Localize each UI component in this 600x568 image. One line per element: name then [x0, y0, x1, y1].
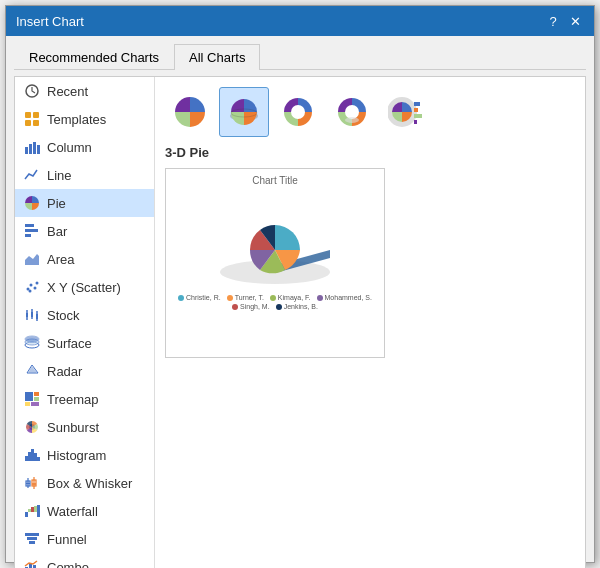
svg-rect-10 — [25, 229, 38, 232]
sidebar-item-column[interactable]: Column — [15, 133, 154, 161]
svg-rect-23 — [36, 314, 38, 319]
sidebar-item-bar[interactable]: Bar — [15, 217, 154, 245]
tabs-row: Recommended Charts All Charts — [14, 44, 586, 70]
svg-rect-38 — [34, 453, 37, 461]
legend-item-0: Christie, R. — [178, 294, 221, 301]
sidebar-label-funnel: Funnel — [47, 532, 87, 547]
close-button[interactable]: ✕ — [566, 12, 584, 30]
sidebar-label-stock: Stock — [47, 308, 80, 323]
svg-point-26 — [25, 336, 39, 342]
chart-icon-donut-3d[interactable] — [327, 87, 377, 137]
legend-label-0: Christie, R. — [186, 294, 221, 301]
insert-chart-dialog: Insert Chart ? ✕ Recommended Charts All … — [5, 5, 595, 563]
svg-rect-6 — [29, 144, 32, 154]
chart-icon-pie-2d[interactable] — [165, 87, 215, 137]
sidebar-item-xy[interactable]: X Y (Scatter) — [15, 273, 154, 301]
chart-icon-donut[interactable] — [273, 87, 323, 137]
tab-all-charts[interactable]: All Charts — [174, 44, 260, 70]
sidebar-item-histogram[interactable]: Histogram — [15, 441, 154, 469]
sidebar-item-templates[interactable]: Templates — [15, 105, 154, 133]
svg-rect-4 — [33, 120, 39, 126]
svg-rect-11 — [25, 234, 31, 237]
sidebar-item-combo[interactable]: Combo — [15, 553, 154, 568]
pie-icon — [23, 194, 41, 212]
svg-point-14 — [30, 284, 33, 287]
chart-preview: Chart Title — [165, 168, 385, 358]
sidebar-item-line[interactable]: Line — [15, 161, 154, 189]
sidebar-item-boxwhisker[interactable]: Box & Whisker — [15, 469, 154, 497]
svg-rect-5 — [25, 147, 28, 154]
chart-icon-bar-of-pie[interactable] — [381, 87, 431, 137]
chart-icon-pie-3d[interactable] — [219, 87, 269, 137]
svg-rect-31 — [34, 397, 39, 401]
sidebar-item-area[interactable]: Area — [15, 245, 154, 273]
svg-rect-33 — [31, 402, 39, 406]
legend-item-3: Mohammed, S. — [317, 294, 372, 301]
legend-label-5: Jenkins, B. — [284, 303, 318, 310]
svg-rect-32 — [25, 402, 30, 406]
svg-rect-9 — [25, 224, 34, 227]
sidebar-label-area: Area — [47, 252, 74, 267]
svg-point-60 — [345, 105, 359, 119]
sidebar-item-waterfall[interactable]: Waterfall — [15, 497, 154, 525]
svg-rect-51 — [25, 533, 39, 536]
svg-rect-35 — [25, 456, 28, 461]
sidebar-item-funnel[interactable]: Funnel — [15, 525, 154, 553]
sidebar-item-stock[interactable]: Stock — [15, 301, 154, 329]
sidebar-label-sunburst: Sunburst — [47, 420, 99, 435]
svg-point-15 — [34, 287, 37, 290]
column-icon — [23, 138, 41, 156]
sidebar-label-pie: Pie — [47, 196, 66, 211]
sidebar-label-recent: Recent — [47, 84, 88, 99]
sidebar-label-line: Line — [47, 168, 72, 183]
svg-rect-30 — [34, 392, 39, 396]
sidebar-item-treemap[interactable]: Treemap — [15, 385, 154, 413]
histogram-icon — [23, 446, 41, 464]
sidebar-item-recent[interactable]: Recent — [15, 77, 154, 105]
legend-item-2: Kimaya, F. — [270, 294, 311, 301]
sunburst-icon — [23, 418, 41, 436]
svg-rect-52 — [27, 537, 37, 540]
svg-rect-46 — [25, 512, 28, 517]
chart-legend: Christie, R. Turner, T. Kimaya, F. — [172, 294, 378, 310]
legend-item-5: Jenkins, B. — [276, 303, 318, 310]
svg-rect-55 — [29, 564, 32, 568]
sidebar-label-radar: Radar — [47, 364, 82, 379]
svg-rect-49 — [34, 506, 37, 512]
templates-icon — [23, 110, 41, 128]
content-panel: 3-D Pie Chart Title — [155, 77, 585, 568]
svg-point-61 — [345, 117, 359, 123]
sidebar-item-sunburst[interactable]: Sunburst — [15, 413, 154, 441]
sidebar-item-pie[interactable]: Pie — [15, 189, 154, 217]
chart-title: Chart Title — [252, 175, 298, 186]
sidebar-label-templates: Templates — [47, 112, 106, 127]
svg-rect-2 — [33, 112, 39, 118]
svg-rect-66 — [414, 120, 417, 124]
svg-rect-37 — [31, 449, 34, 461]
chart-type-label: 3-D Pie — [165, 145, 575, 160]
svg-rect-64 — [414, 108, 418, 112]
recent-icon — [23, 82, 41, 100]
svg-rect-36 — [28, 452, 31, 461]
area-icon — [23, 250, 41, 268]
svg-rect-63 — [414, 102, 420, 106]
sidebar-item-radar[interactable]: Radar — [15, 357, 154, 385]
svg-rect-47 — [28, 509, 31, 512]
legend-dot-0 — [178, 295, 184, 301]
sidebar-label-column: Column — [47, 140, 92, 155]
legend-dot-5 — [276, 304, 282, 310]
treemap-icon — [23, 390, 41, 408]
svg-rect-1 — [25, 112, 31, 118]
legend-dot-1 — [227, 295, 233, 301]
boxwhisker-icon — [23, 474, 41, 492]
tab-recommended[interactable]: Recommended Charts — [14, 44, 174, 70]
svg-marker-12 — [25, 254, 39, 265]
legend-label-1: Turner, T. — [235, 294, 264, 301]
help-button[interactable]: ? — [544, 12, 562, 30]
sidebar-item-surface[interactable]: Surface — [15, 329, 154, 357]
surface-icon — [23, 334, 41, 352]
svg-rect-48 — [31, 507, 34, 512]
radar-icon — [23, 362, 41, 380]
svg-rect-3 — [25, 120, 31, 126]
svg-point-17 — [29, 290, 32, 293]
